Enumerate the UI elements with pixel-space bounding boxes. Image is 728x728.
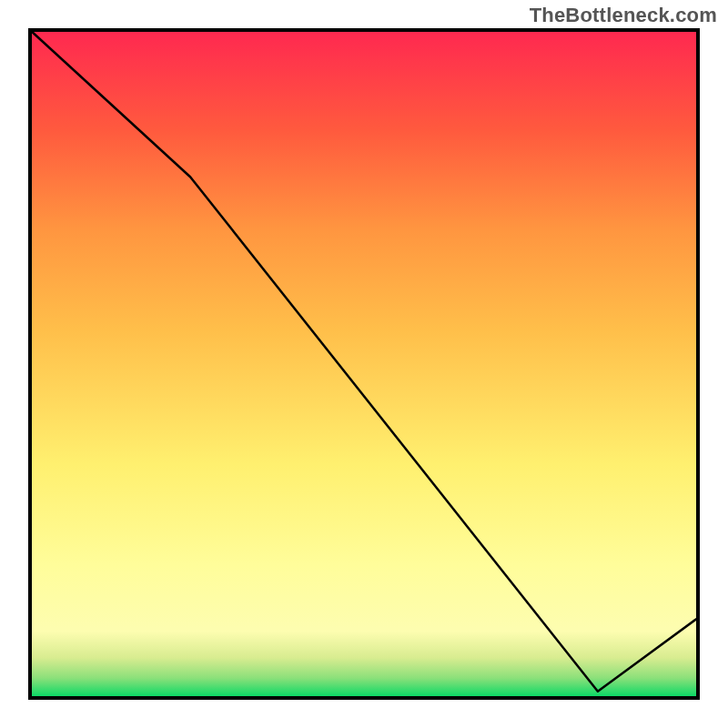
plot-background: [30, 30, 698, 698]
chart-svg: [0, 0, 728, 728]
chart-container: TheBottleneck.com: [0, 0, 728, 728]
